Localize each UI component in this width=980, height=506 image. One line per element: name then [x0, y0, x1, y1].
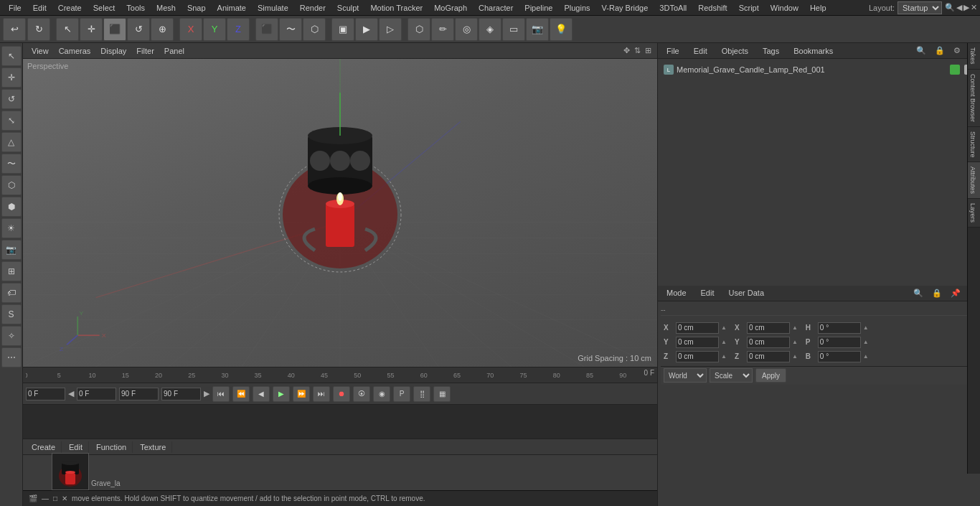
viewport-icon-1[interactable]: ✥ [623, 46, 630, 55]
menu-mesh[interactable]: Mesh [151, 2, 182, 14]
attrs-search-icon[interactable]: 🔍 [913, 289, 923, 298]
z-position-input[interactable] [676, 351, 719, 362]
menu-create[interactable]: Create [52, 2, 88, 14]
tab-texture[interactable]: Texture [134, 441, 172, 453]
sidebar-polygon[interactable]: △ [1, 132, 22, 152]
menu-character[interactable]: Character [473, 2, 519, 14]
goto-end-btn[interactable]: ⏭ [313, 386, 330, 402]
scale-mode-btn[interactable]: ⬛ [103, 18, 126, 41]
timeline-track[interactable] [23, 405, 657, 439]
scale-dropdown[interactable]: Scale [710, 368, 753, 383]
uv-btn[interactable]: ◈ [479, 18, 501, 41]
candle-lamp-object[interactable] [268, 93, 412, 294]
viewport-canvas[interactable]: X Y Z [23, 59, 657, 367]
motion-path-btn[interactable]: ▦ [433, 386, 451, 402]
om-edit-menu[interactable]: Edit [689, 45, 712, 57]
world-dropdown[interactable]: World [664, 368, 707, 383]
y2-arrow-icon[interactable]: ▲ [792, 339, 798, 345]
frame-input[interactable] [77, 388, 116, 400]
render-to-pic-btn[interactable]: ▶ [355, 18, 378, 41]
z2-input[interactable] [747, 351, 790, 362]
sidebar-light[interactable]: ☀ [1, 218, 22, 238]
view-btn[interactable]: ▭ [502, 18, 525, 41]
sidebar-scale[interactable]: ⤡ [1, 111, 22, 131]
maximize-btn[interactable]: □ [53, 495, 57, 502]
playback-mode-btn[interactable]: P [393, 386, 410, 402]
panel-menu[interactable]: Panel [160, 45, 189, 57]
tab-edit[interactable]: Edit [63, 441, 89, 453]
om-tags-menu[interactable]: Tags [758, 45, 783, 57]
sidebar-nurbs[interactable]: ⬡ [1, 175, 22, 195]
z-axis-btn[interactable]: Z [227, 18, 250, 41]
goto-start-btn[interactable]: ⏮ [212, 386, 230, 402]
search-icon[interactable]: 🔍 [945, 3, 955, 12]
menu-tools[interactable]: Tools [121, 2, 151, 14]
attrs-edit-menu[interactable]: Edit [697, 287, 719, 299]
object-visibility-dot[interactable] [950, 65, 960, 75]
menu-simulate[interactable]: Simulate [252, 2, 294, 14]
play-reverse-btn[interactable]: ◀ [253, 386, 270, 402]
menu-file[interactable]: File [3, 2, 27, 14]
deform-btn[interactable]: ⬡ [303, 18, 326, 41]
nav-back-icon[interactable]: ◀ [956, 3, 962, 12]
takes-tab[interactable]: Takes [968, 43, 980, 70]
prev-frame-btn[interactable]: ⏪ [232, 386, 250, 402]
sidebar-paint[interactable]: S [1, 304, 22, 324]
menu-motion-tracker[interactable]: Motion Tracker [364, 2, 428, 14]
auto-key-btn[interactable]: ⦿ [353, 386, 370, 402]
perspective-view-btn[interactable]: ⬡ [407, 18, 430, 41]
b-arrow-icon[interactable]: ▲ [863, 353, 869, 360]
sidebar-texture[interactable]: ✧ [1, 326, 22, 346]
om-settings-icon[interactable]: ⚙ [953, 46, 961, 55]
display-menu[interactable]: Display [96, 45, 131, 57]
sidebar-matrix[interactable]: ⊞ [1, 261, 22, 281]
z2-arrow-icon[interactable]: ▲ [792, 353, 798, 360]
record-btn[interactable]: ⏺ [333, 386, 350, 402]
menu-snap[interactable]: Snap [182, 2, 212, 14]
cube-btn[interactable]: ⬛ [255, 18, 278, 41]
rotate-mode-btn[interactable]: ↺ [127, 18, 150, 41]
x2-arrow-icon[interactable]: ▲ [792, 324, 798, 331]
sidebar-deform[interactable]: ⬢ [1, 197, 22, 217]
om-lock-icon[interactable]: 🔒 [935, 46, 945, 55]
tab-create[interactable]: Create [26, 441, 62, 453]
camera-btn[interactable]: 📷 [526, 18, 549, 41]
paint-btn[interactable]: ✏ [431, 18, 454, 41]
y-arrow-icon[interactable]: ▲ [721, 339, 727, 345]
y2-input[interactable] [747, 337, 790, 348]
x-position-input[interactable] [676, 322, 719, 334]
spline-obj-btn[interactable]: 〜 [279, 18, 302, 41]
om-search-icon[interactable]: 🔍 [916, 46, 926, 55]
power-frame-input[interactable] [161, 388, 201, 400]
content-browser-tab[interactable]: Content Browser [968, 70, 980, 127]
view-menu[interactable]: View [27, 45, 53, 57]
menu-window[interactable]: Window [765, 2, 804, 14]
p-input[interactable] [818, 337, 861, 348]
undo-btn[interactable]: ↩ [3, 18, 26, 41]
attrs-pin-icon[interactable]: 📌 [951, 289, 961, 298]
viewport-icon-2[interactable]: ⇅ [634, 46, 641, 55]
nav-forward-icon[interactable]: ▶ [963, 3, 969, 12]
sidebar-camera[interactable]: 📷 [1, 240, 22, 260]
om-objects-menu[interactable]: Objects [717, 45, 753, 57]
next-frame-btn[interactable]: ⏩ [293, 386, 310, 402]
move-mode-btn[interactable]: ✛ [80, 18, 103, 41]
sidebar-rotate[interactable]: ↺ [1, 89, 22, 109]
sidebar-move[interactable]: ✛ [1, 67, 22, 88]
menu-edit[interactable]: Edit [27, 2, 52, 14]
p-arrow-icon[interactable]: ▲ [863, 339, 869, 345]
h-input[interactable] [818, 322, 861, 334]
play-btn[interactable]: ▶ [273, 386, 290, 402]
render-active-btn[interactable]: ▷ [379, 18, 402, 41]
menu-animate[interactable]: Animate [212, 2, 252, 14]
light-btn[interactable]: 💡 [550, 18, 573, 41]
close-panel-icon[interactable]: ✕ [971, 3, 977, 12]
menu-sculpt[interactable]: Sculpt [331, 2, 365, 14]
minimize-btn[interactable]: — [42, 495, 49, 502]
attrs-mode-menu[interactable]: Mode [662, 287, 691, 299]
x-arrow-icon[interactable]: ▲ [721, 324, 727, 331]
x-axis-btn[interactable]: X [179, 18, 202, 41]
render-region-btn[interactable]: ▣ [331, 18, 354, 41]
y-position-input[interactable] [676, 337, 719, 348]
menu-3dtall[interactable]: 3DToAll [654, 2, 692, 14]
